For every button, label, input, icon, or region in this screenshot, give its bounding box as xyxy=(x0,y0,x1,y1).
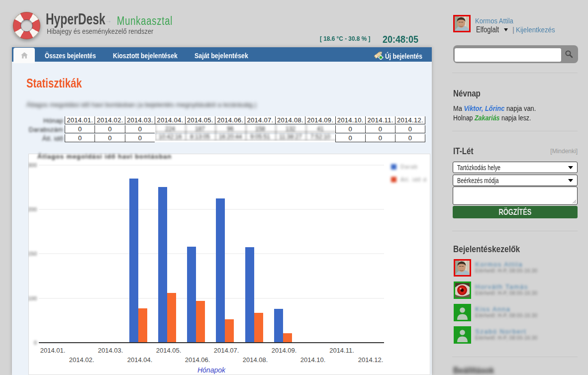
svg-text:2014.12.: 2014.12. xyxy=(358,356,384,364)
svg-text:Darab: Darab xyxy=(400,164,418,170)
svg-text:2014.09.: 2014.09. xyxy=(272,347,297,354)
svg-text:2014.08.: 2014.08. xyxy=(243,356,268,364)
svg-text:0: 0 xyxy=(34,340,37,346)
svg-text:200: 200 xyxy=(28,206,37,212)
svg-text:2014.01.: 2014.01. xyxy=(40,347,66,354)
svg-text:2014.11.: 2014.11. xyxy=(329,347,354,354)
svg-text:2014.02.: 2014.02. xyxy=(69,356,95,364)
svg-text:2014.03.: 2014.03. xyxy=(98,347,123,354)
svg-text:Hónapok: Hónapok xyxy=(197,366,226,374)
svg-text:2014.04.: 2014.04. xyxy=(127,356,153,364)
svg-text:2014.10.: 2014.10. xyxy=(300,356,326,364)
svg-text:300: 300 xyxy=(28,162,37,168)
svg-text:150: 150 xyxy=(28,251,37,257)
svg-text:100: 100 xyxy=(28,295,37,301)
svg-text:2014.07.: 2014.07. xyxy=(214,347,239,354)
svg-text:Átl. idő d: Átl. idő d xyxy=(400,177,427,183)
svg-text:2014.06.: 2014.06. xyxy=(185,356,210,364)
svg-text:2014.05.: 2014.05. xyxy=(156,347,182,354)
